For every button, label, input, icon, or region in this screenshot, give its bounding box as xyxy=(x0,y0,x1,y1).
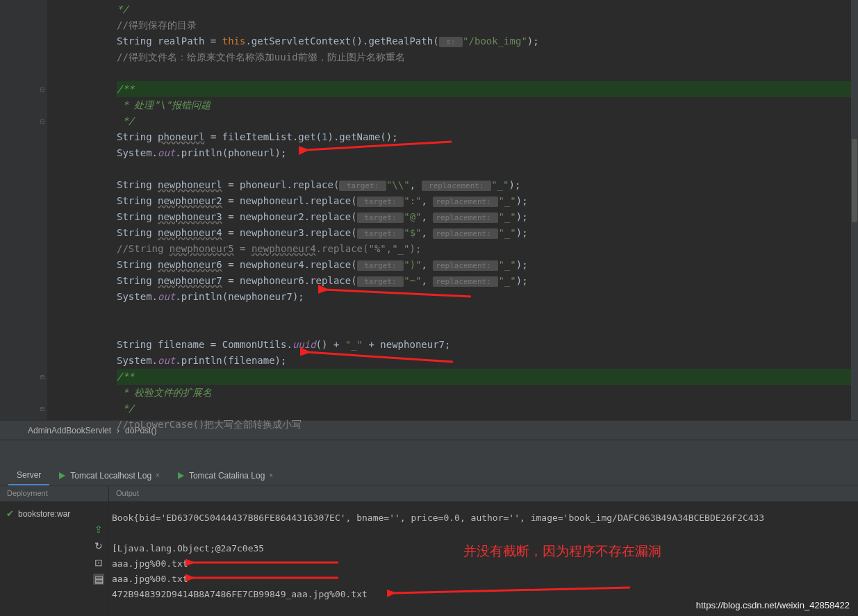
code-line[interactable] xyxy=(117,321,858,337)
tab-localhost-log[interactable]: Tomcat Localhost Log × xyxy=(49,467,168,485)
code-line[interactable]: /** xyxy=(117,81,858,97)
line-gutter: ⊟⊟⊟⊟ xyxy=(0,0,47,420)
gutter-line xyxy=(0,257,35,273)
code-line[interactable]: * 处理"\"报错问题 xyxy=(117,97,858,113)
tab-catalina-log[interactable]: Tomcat Catalina Log × xyxy=(168,467,281,485)
gutter-line: ⊟ xyxy=(0,369,35,385)
gutter-line xyxy=(0,225,35,241)
gutter-line xyxy=(0,49,35,65)
code-line[interactable]: String newphoneur2 = newphoneurl.replace… xyxy=(117,193,858,209)
console-output[interactable]: Book{bid='ED6370C50444437B86FE8644316307… xyxy=(109,502,858,616)
fold-icon[interactable]: ⊟ xyxy=(40,401,44,417)
gutter-line xyxy=(0,193,35,209)
code-line[interactable]: //得到文件名：给原来文件名称添加uuid前缀，防止图片名称重名 xyxy=(117,49,858,65)
svg-marker-5 xyxy=(178,472,184,479)
watermark: https://blog.csdn.net/weixin_42858422 xyxy=(696,600,850,610)
code-line[interactable]: System.out.println(filename); xyxy=(117,353,858,369)
code-line[interactable]: //String newphoneur5 = newphoneur4.repla… xyxy=(117,241,858,257)
gutter-line xyxy=(0,305,35,321)
settings-icon[interactable]: ▤ xyxy=(93,574,104,585)
code-line[interactable] xyxy=(117,305,858,321)
console-line: Book{bid='ED6370C50444437B86FE8644316307… xyxy=(112,510,855,526)
gutter-line xyxy=(0,145,35,161)
deploy-artifact[interactable]: ✔ bookstore:war xyxy=(4,506,104,521)
tab-close-icon[interactable]: × xyxy=(269,472,273,479)
console-line xyxy=(112,526,855,541)
gutter-line xyxy=(0,353,35,369)
fold-icon[interactable]: ⊟ xyxy=(40,113,44,129)
code-editor[interactable]: ⊟⊟⊟⊟ *///得到保存的目录String realPath = this.g… xyxy=(0,0,858,420)
gutter-line xyxy=(0,209,35,225)
code-content[interactable]: *///得到保存的目录String realPath = this.getSer… xyxy=(47,0,858,420)
code-line[interactable]: * 校验文件的扩展名 xyxy=(117,385,858,401)
fold-icon[interactable]: ⊟ xyxy=(40,369,44,385)
code-line[interactable]: String realPath = this.getServletContext… xyxy=(117,33,858,49)
code-line[interactable]: /** xyxy=(117,369,858,385)
code-line[interactable]: String filename = CommonUtils.uuid() + "… xyxy=(117,337,858,353)
gutter-line: ⊟ xyxy=(0,113,35,129)
deployment-panel[interactable]: ✔ bookstore:war ⇪ ↻ ⊡ ▤ xyxy=(0,502,109,616)
code-line[interactable]: System.out.println(phoneurl); xyxy=(117,145,858,161)
gutter-line xyxy=(0,289,35,305)
code-line[interactable]: */ xyxy=(117,1,858,17)
gutter-line xyxy=(0,241,35,257)
breadcrumb-class[interactable]: AdminAddBookServlet xyxy=(28,426,111,435)
annotation-text: 并没有截断，因为程序不存在漏洞 xyxy=(463,544,661,559)
gutter-line xyxy=(0,273,35,289)
code-line[interactable]: String newphoneur4 = newphoneur3.replace… xyxy=(117,225,858,241)
gutter-line xyxy=(0,321,35,337)
gutter-line xyxy=(0,1,35,17)
check-icon: ✔ xyxy=(6,508,14,519)
panel-gap xyxy=(0,440,858,465)
browser-icon[interactable]: ⊡ xyxy=(93,557,104,568)
scrollbar-thumb[interactable] xyxy=(852,139,857,222)
tool-window-tabs[interactable]: Server Tomcat Localhost Log × Tomcat Cat… xyxy=(0,465,858,486)
panel-headers: Deployment Output xyxy=(0,486,858,502)
svg-marker-4 xyxy=(59,472,65,479)
code-line[interactable] xyxy=(117,161,858,177)
header-deployment: Deployment xyxy=(0,486,109,501)
run-icon xyxy=(176,472,185,480)
gutter-line xyxy=(0,17,35,33)
refresh-icon[interactable]: ↻ xyxy=(93,540,104,551)
editor-scrollbar[interactable] xyxy=(851,0,858,420)
gutter-line xyxy=(0,417,35,433)
code-line[interactable]: String newphoneurl = phoneurl.replace( t… xyxy=(117,177,858,193)
gutter-line xyxy=(0,33,35,49)
deploy-icon[interactable]: ⇪ xyxy=(93,524,104,535)
gutter-line xyxy=(0,65,35,81)
tab-server[interactable]: Server xyxy=(8,466,49,485)
code-line[interactable] xyxy=(117,65,858,81)
code-line[interactable]: String newphoneur7 = newphoneur6.replace… xyxy=(117,273,858,289)
code-line[interactable]: */ xyxy=(117,113,858,129)
gutter-line xyxy=(0,161,35,177)
code-line[interactable]: //toLowerCase()把大写全部转换成小写 xyxy=(117,417,858,433)
gutter-line: ⊟ xyxy=(0,81,35,97)
tab-close-icon[interactable]: × xyxy=(156,472,160,479)
gutter-line xyxy=(0,177,35,193)
gutter-line xyxy=(0,337,35,353)
code-line[interactable]: String newphoneur3 = newphoneur2.replace… xyxy=(117,209,858,225)
panel-content: ✔ bookstore:war ⇪ ↻ ⊡ ▤ Book{bid='ED6370… xyxy=(0,502,858,616)
gutter-line: ⊟ xyxy=(0,401,35,417)
code-line[interactable]: System.out.println(newphoneur7); xyxy=(117,289,858,305)
gutter-line xyxy=(0,385,35,401)
code-line[interactable]: String phoneurl = fileItemList.get(1).ge… xyxy=(117,129,858,145)
fold-icon[interactable]: ⊟ xyxy=(40,81,44,97)
code-line[interactable]: String newphoneur6 = newphoneur4.replace… xyxy=(117,257,858,273)
header-output: Output xyxy=(109,486,146,501)
console-line: aaa.jpg%00.txt xyxy=(112,572,855,587)
gutter-line xyxy=(0,129,35,145)
run-icon xyxy=(58,472,66,480)
code-line[interactable]: */ xyxy=(117,401,858,417)
gutter-line xyxy=(0,97,35,113)
code-line[interactable]: //得到保存的目录 xyxy=(117,17,858,33)
